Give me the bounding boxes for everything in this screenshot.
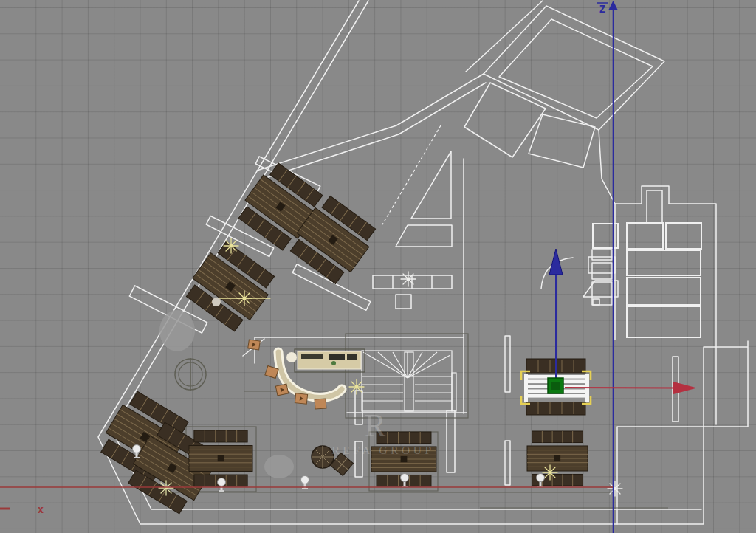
x-axis-label: x xyxy=(38,503,44,515)
round-table[interactable] xyxy=(175,358,206,391)
z-axis-arrow-icon xyxy=(608,1,618,10)
light-icon[interactable] xyxy=(159,481,173,495)
light-icon[interactable] xyxy=(349,379,364,394)
light-icon[interactable] xyxy=(401,272,416,286)
staircase[interactable] xyxy=(362,351,456,411)
watermark-title: REFA GROUP xyxy=(331,444,434,456)
bar-counter[interactable] xyxy=(248,340,365,409)
lamp-icon[interactable] xyxy=(218,478,226,492)
table-object[interactable] xyxy=(182,238,279,335)
light-icon[interactable] xyxy=(608,481,622,496)
gizmo-x-arrow-icon[interactable] xyxy=(673,382,697,394)
gizmo-z-arrow-icon[interactable] xyxy=(549,249,563,275)
watermark-logo: R xyxy=(364,408,386,444)
z-axis-label: Z xyxy=(599,3,605,15)
viewport-3d[interactable]: R REFA GROUP Z x xyxy=(0,0,756,533)
x-ground-line: x xyxy=(0,487,613,515)
light-icon[interactable] xyxy=(224,238,238,253)
